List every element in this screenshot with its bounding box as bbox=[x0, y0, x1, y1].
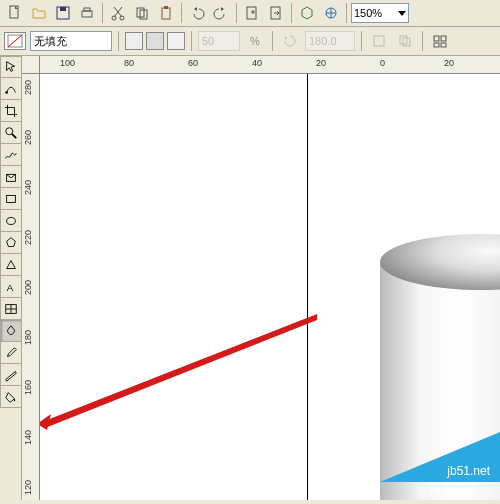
annotation-arrow bbox=[40, 314, 317, 434]
separator bbox=[422, 31, 423, 51]
ruler-tick: 240 bbox=[23, 180, 33, 195]
rotation-field: 180.0 bbox=[305, 31, 355, 51]
crop-tool[interactable] bbox=[0, 100, 22, 122]
export-button[interactable] bbox=[265, 2, 287, 24]
chevron-down-icon bbox=[398, 11, 406, 16]
redo-button[interactable] bbox=[210, 2, 232, 24]
separator bbox=[118, 31, 119, 51]
zoom-value: 150% bbox=[354, 7, 382, 19]
separator bbox=[102, 3, 103, 23]
text-tool[interactable]: A bbox=[0, 276, 22, 298]
ruler-tick: 140 bbox=[23, 430, 33, 445]
ruler-tick: 120 bbox=[23, 480, 33, 495]
ruler-tick: 160 bbox=[23, 380, 33, 395]
separator bbox=[181, 3, 182, 23]
main-toolbar: 150% bbox=[0, 0, 500, 27]
svg-rect-21 bbox=[434, 43, 439, 47]
transparency-field: 50 bbox=[198, 31, 240, 51]
separator bbox=[346, 3, 347, 23]
ruler-tick: 100 bbox=[60, 58, 75, 68]
canvas-area: 100 80 60 40 20 0 20 280 260 240 220 200… bbox=[22, 56, 500, 500]
basic-shapes-tool[interactable] bbox=[0, 254, 22, 276]
ruler-tick: 40 bbox=[252, 58, 262, 68]
separator bbox=[236, 3, 237, 23]
separator bbox=[272, 31, 273, 51]
eyedropper-tool[interactable] bbox=[0, 342, 22, 364]
save-button[interactable] bbox=[52, 2, 74, 24]
rotation-value: 180.0 bbox=[309, 35, 337, 47]
ruler-tick: 20 bbox=[444, 58, 454, 68]
ellipse-tool[interactable] bbox=[0, 210, 22, 232]
paste-button[interactable] bbox=[155, 2, 177, 24]
separator bbox=[291, 3, 292, 23]
separator bbox=[361, 31, 362, 51]
fill-label: 无填充 bbox=[34, 34, 67, 49]
options-button[interactable] bbox=[429, 30, 451, 52]
table-tool[interactable] bbox=[0, 298, 22, 320]
svg-marker-34 bbox=[40, 414, 51, 430]
fill-tool[interactable] bbox=[0, 386, 22, 408]
zoom-select[interactable]: 150% bbox=[351, 3, 409, 23]
svg-rect-27 bbox=[7, 195, 16, 202]
watermark-name: 脚本之家 bbox=[430, 482, 474, 497]
svg-rect-20 bbox=[441, 36, 446, 41]
ruler-corner bbox=[22, 56, 40, 74]
svg-rect-22 bbox=[441, 43, 446, 47]
svg-rect-3 bbox=[82, 11, 92, 17]
drawing-canvas[interactable]: jb51.net 脚本之家 bbox=[40, 74, 500, 500]
ruler-tick: 0 bbox=[380, 58, 385, 68]
svg-point-24 bbox=[6, 127, 13, 134]
svg-rect-4 bbox=[84, 8, 90, 11]
new-doc-button[interactable] bbox=[4, 2, 26, 24]
svg-line-25 bbox=[12, 133, 16, 137]
separator bbox=[191, 31, 192, 51]
print-button[interactable] bbox=[76, 2, 98, 24]
ruler-tick: 200 bbox=[23, 280, 33, 295]
cut-button[interactable] bbox=[107, 2, 129, 24]
freehand-tool[interactable] bbox=[0, 144, 22, 166]
no-fill-icon bbox=[7, 34, 23, 48]
fill-select[interactable]: 无填充 bbox=[30, 31, 112, 51]
pick-tool[interactable] bbox=[0, 56, 22, 78]
svg-rect-16 bbox=[374, 36, 384, 46]
color-swatch-1[interactable] bbox=[125, 32, 143, 50]
svg-rect-9 bbox=[162, 8, 170, 19]
ruler-tick: 180 bbox=[23, 330, 33, 345]
color-swatch-3[interactable] bbox=[167, 32, 185, 50]
workspace: A 100 80 60 40 20 0 20 280 260 240 220 2… bbox=[0, 56, 500, 500]
ruler-tick: 60 bbox=[188, 58, 198, 68]
corel-online-button[interactable] bbox=[320, 2, 342, 24]
svg-rect-10 bbox=[164, 6, 168, 9]
shape-tool[interactable] bbox=[0, 78, 22, 100]
ruler-tick: 280 bbox=[23, 80, 33, 95]
property-bar: 无填充 50 % 180.0 bbox=[0, 27, 500, 56]
transparency-value: 50 bbox=[202, 35, 214, 47]
interactive-fill-tool[interactable] bbox=[0, 320, 22, 342]
edit-fill-button bbox=[368, 30, 390, 52]
app-launcher-button[interactable] bbox=[296, 2, 318, 24]
copy-fill-button bbox=[394, 30, 416, 52]
color-swatch-2[interactable] bbox=[146, 32, 164, 50]
page-boundary bbox=[307, 74, 308, 500]
svg-rect-11 bbox=[247, 7, 256, 19]
horizontal-ruler: 100 80 60 40 20 0 20 bbox=[40, 56, 500, 74]
undo-button[interactable] bbox=[186, 2, 208, 24]
ruler-tick: 20 bbox=[316, 58, 326, 68]
zoom-tool[interactable] bbox=[0, 122, 22, 144]
fill-swatch[interactable] bbox=[4, 32, 26, 50]
watermark-url: jb51.net bbox=[447, 464, 490, 478]
copy-button[interactable] bbox=[131, 2, 153, 24]
svg-rect-2 bbox=[60, 7, 66, 11]
vertical-ruler: 280 260 240 220 200 180 160 140 120 bbox=[22, 74, 40, 500]
smart-fill-tool[interactable] bbox=[0, 166, 22, 188]
outline-tool[interactable] bbox=[0, 364, 22, 386]
svg-point-28 bbox=[7, 217, 16, 224]
open-button[interactable] bbox=[28, 2, 50, 24]
rectangle-tool[interactable] bbox=[0, 188, 22, 210]
import-button[interactable] bbox=[241, 2, 263, 24]
ruler-tick: 80 bbox=[124, 58, 134, 68]
svg-rect-19 bbox=[434, 36, 439, 41]
polygon-tool[interactable] bbox=[0, 232, 22, 254]
svg-point-23 bbox=[5, 91, 8, 94]
ruler-tick: 220 bbox=[23, 230, 33, 245]
